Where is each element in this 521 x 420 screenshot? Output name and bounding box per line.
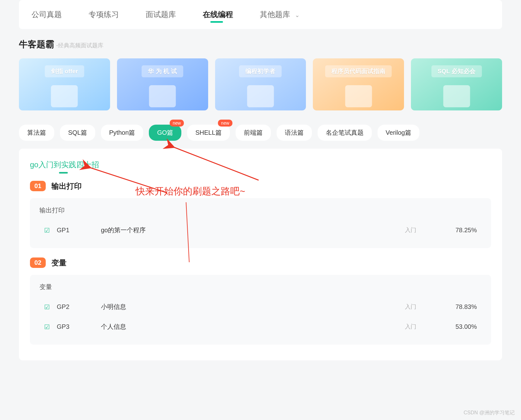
problem-id: GP1 bbox=[57, 227, 101, 234]
chapter-subtitle: 输出打印 bbox=[39, 206, 482, 215]
problem-id: GP2 bbox=[57, 303, 101, 311]
problem-level: 入门 bbox=[398, 227, 423, 234]
chevron-down-icon: ⌄ bbox=[295, 12, 300, 19]
pill-verilog[interactable]: Verilog篇 bbox=[378, 125, 419, 141]
section-title: 牛客题霸 -经典高频面试题库 bbox=[19, 38, 502, 50]
problem-level: 入门 bbox=[398, 304, 423, 310]
card-label: 程序员代码面试指南 bbox=[325, 65, 392, 77]
card-sql-must-know[interactable]: SQL 必知必会 bbox=[411, 58, 502, 110]
card-illustration bbox=[443, 85, 470, 107]
problem-title: 个人信息 bbox=[101, 322, 398, 331]
problem-id: GP3 bbox=[57, 323, 101, 330]
card-label: 华 为 机 试 bbox=[142, 65, 183, 77]
chapter-02: 02 变量 变量 ☑ GP2 小明信息 入门 78.83% ☑ GP3 个人信息… bbox=[30, 257, 491, 345]
card-label: SQL 必知必会 bbox=[431, 65, 482, 77]
pill-python[interactable]: Python篇 bbox=[101, 125, 143, 141]
card-label: 剑指 offer bbox=[45, 65, 85, 77]
nav-company-questions[interactable]: 公司真题 bbox=[32, 9, 62, 20]
nav-special-practice[interactable]: 专项练习 bbox=[89, 9, 119, 20]
card-programmer-guide[interactable]: 程序员代码面试指南 bbox=[313, 58, 404, 110]
problem-rate: 78.25% bbox=[423, 227, 477, 234]
nav-other-bank[interactable]: 其他题库 ⌄ bbox=[260, 9, 300, 20]
chapter-title: 输出打印 bbox=[51, 181, 82, 191]
svg-line-0 bbox=[173, 147, 259, 180]
chapter-01: 01 输出打印 输出打印 ☑ GP1 go的第一个程序 入门 78.25% bbox=[30, 181, 491, 248]
panel-title[interactable]: go入门到实践四十招 bbox=[30, 160, 99, 170]
pill-sql[interactable]: SQL篇 bbox=[60, 125, 95, 141]
check-icon: ☑ bbox=[44, 227, 50, 234]
problem-row[interactable]: ☑ GP3 个人信息 入门 53.00% bbox=[39, 317, 482, 337]
card-illustration bbox=[345, 85, 372, 107]
check-icon: ☑ bbox=[44, 303, 50, 311]
card-illustration bbox=[149, 85, 176, 107]
chapter-number: 01 bbox=[30, 181, 46, 191]
pill-go[interactable]: GO篇 new bbox=[149, 125, 181, 141]
chapter-subtitle: 变量 bbox=[39, 283, 482, 291]
filter-pills: 算法篇 SQL篇 Python篇 GO篇 new SHELL篇 new 前端篇 … bbox=[19, 125, 502, 141]
top-nav: 公司真题 专项练习 面试题库 在线编程 其他题库 ⌄ bbox=[19, 0, 502, 29]
category-cards: 剑指 offer 华 为 机 试 编程初学者 程序员代码面试指南 SQL 必知必… bbox=[19, 58, 502, 110]
nav-online-programming[interactable]: 在线编程 bbox=[203, 9, 233, 20]
check-icon: ☑ bbox=[44, 323, 50, 331]
chapter-body: 输出打印 ☑ GP1 go的第一个程序 入门 78.25% bbox=[30, 198, 491, 248]
content-panel: 快来开始你的刷题之路吧~ go入门到实践四十招 01 输出打印 输出打印 ☑ G… bbox=[19, 149, 502, 360]
nav-other-bank-label: 其他题库 bbox=[260, 10, 290, 19]
section-title-main: 牛客题霸 bbox=[19, 38, 54, 50]
chapter-head: 02 变量 bbox=[30, 257, 491, 268]
problem-rate: 78.83% bbox=[423, 303, 477, 311]
chapter-title: 变量 bbox=[51, 258, 67, 268]
problem-level: 入门 bbox=[398, 324, 423, 330]
problem-row[interactable]: ☑ GP2 小明信息 入门 78.83% bbox=[39, 297, 482, 317]
pill-company-written[interactable]: 名企笔试真题 bbox=[318, 125, 372, 141]
section-subtitle: -经典高频面试题库 bbox=[56, 42, 103, 49]
card-huawei-test[interactable]: 华 为 机 试 bbox=[117, 58, 208, 110]
problem-title: 小明信息 bbox=[101, 303, 398, 311]
pill-grammar[interactable]: 语法篇 bbox=[277, 125, 312, 141]
problem-rate: 53.00% bbox=[423, 323, 477, 330]
chapter-number: 02 bbox=[30, 257, 46, 268]
new-badge: new bbox=[170, 120, 184, 127]
card-label: 编程初学者 bbox=[239, 65, 282, 77]
pill-go-label: GO篇 bbox=[157, 129, 173, 136]
card-illustration bbox=[247, 85, 274, 107]
card-illustration bbox=[51, 85, 78, 107]
new-badge: new bbox=[218, 120, 232, 127]
chapter-head: 01 输出打印 bbox=[30, 181, 491, 191]
problem-title: go的第一个程序 bbox=[101, 226, 398, 234]
nav-interview-bank[interactable]: 面试题库 bbox=[146, 9, 176, 20]
chapter-body: 变量 ☑ GP2 小明信息 入门 78.83% ☑ GP3 个人信息 入门 53… bbox=[30, 275, 491, 345]
card-beginner[interactable]: 编程初学者 bbox=[215, 58, 306, 110]
pill-algorithm[interactable]: 算法篇 bbox=[19, 125, 54, 141]
pill-shell[interactable]: SHELL篇 new bbox=[187, 125, 230, 141]
pill-frontend[interactable]: 前端篇 bbox=[236, 125, 271, 141]
card-sword-offer[interactable]: 剑指 offer bbox=[19, 58, 110, 110]
pill-shell-label: SHELL篇 bbox=[195, 129, 221, 136]
problem-row[interactable]: ☑ GP1 go的第一个程序 入门 78.25% bbox=[39, 220, 482, 240]
